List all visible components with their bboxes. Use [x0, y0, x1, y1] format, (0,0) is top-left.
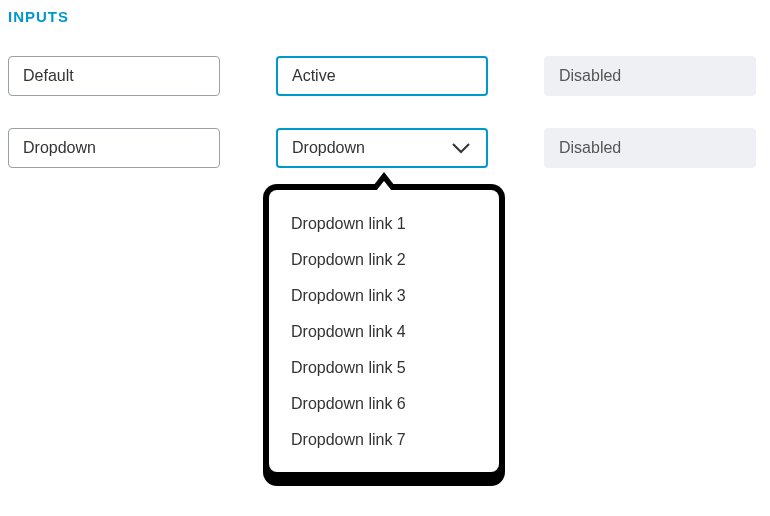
input-disabled: Disabled [544, 56, 756, 96]
dropdown-menu: Dropdown link 1 Dropdown link 2 Dropdown… [269, 190, 499, 472]
section-title: INPUTS [8, 8, 69, 25]
dropdown-link[interactable]: Dropdown link 3 [269, 278, 499, 314]
dropdown-link[interactable]: Dropdown link 2 [269, 242, 499, 278]
input-default-label: Default [23, 67, 74, 85]
dropdown-link[interactable]: Dropdown link 4 [269, 314, 499, 350]
popover-caret-icon [370, 172, 398, 190]
dropdown-link[interactable]: Dropdown link 5 [269, 350, 499, 386]
dropdown-active[interactable]: Dropdown [276, 128, 488, 168]
input-disabled-label: Disabled [559, 67, 621, 85]
dropdown-default[interactable]: Dropdown [8, 128, 220, 168]
input-default[interactable]: Default [8, 56, 220, 96]
dropdown-disabled-label: Disabled [559, 139, 621, 157]
chevron-down-icon [452, 142, 470, 154]
dropdown-link[interactable]: Dropdown link 7 [269, 422, 499, 458]
dropdown-default-label: Dropdown [23, 139, 96, 157]
dropdown-link[interactable]: Dropdown link 6 [269, 386, 499, 422]
dropdown-row: Dropdown Dropdown Disabled [8, 128, 756, 168]
input-active-label: Active [292, 67, 336, 85]
dropdown-disabled: Disabled [544, 128, 756, 168]
input-row-1: Default Active Disabled [8, 56, 756, 96]
dropdown-active-label: Dropdown [292, 139, 365, 157]
input-active[interactable]: Active [276, 56, 488, 96]
dropdown-link[interactable]: Dropdown link 1 [269, 206, 499, 242]
